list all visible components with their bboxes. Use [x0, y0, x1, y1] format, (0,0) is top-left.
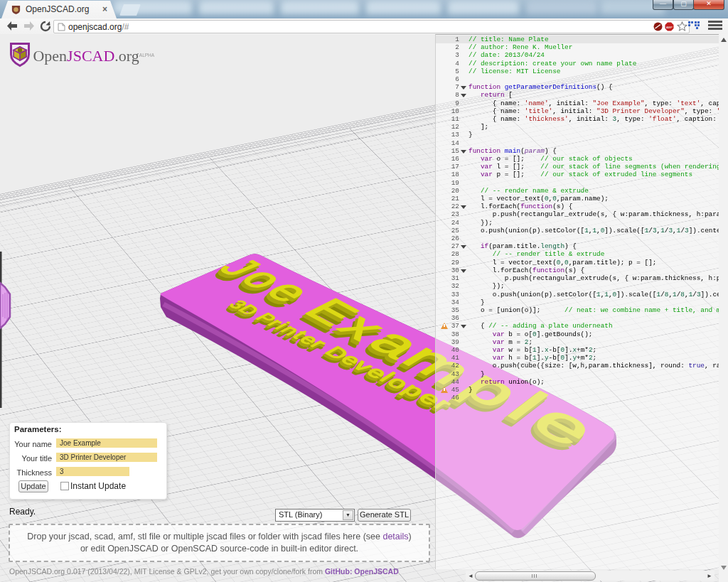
svg-text:ABP: ABP	[666, 26, 673, 29]
